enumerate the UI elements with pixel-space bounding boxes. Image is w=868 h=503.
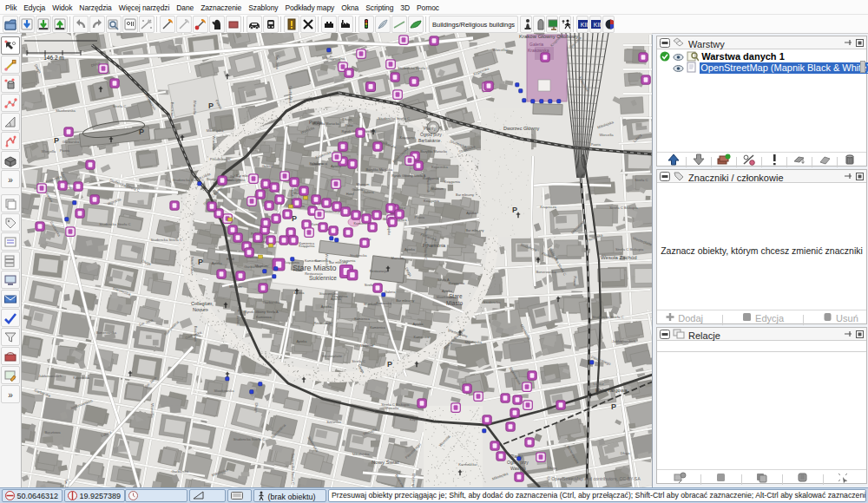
svg-text:Pałac: Pałac <box>345 124 354 127</box>
svg-text:Długa: Długa <box>547 466 557 470</box>
svg-text:Kamienica: Kamienica <box>414 336 431 339</box>
svg-text:Rynek Główny Strefa A: Rynek Główny Strefa A <box>391 174 426 178</box>
svg-text:Restauracja: Restauracja <box>313 322 332 325</box>
svg-text:146.2 m: 146.2 m <box>43 55 64 61</box>
svg-text:P: P <box>611 402 616 411</box>
svg-text:Apteka: Apteka <box>321 305 332 309</box>
svg-text:P: P <box>208 101 214 110</box>
svg-text:© OpenStreetMap and contributo: © OpenStreetMap and contributors, CC-BY-… <box>547 476 641 481</box>
svg-text:Apteka: Apteka <box>297 340 308 343</box>
svg-text:Kraków Główny Osobowy: Kraków Główny Osobowy <box>519 34 578 39</box>
svg-text:Strefa C: Strefa C <box>352 359 365 363</box>
svg-text:Pawia: Pawia <box>415 215 425 219</box>
svg-text:Galeria: Galeria <box>262 165 273 168</box>
svg-text:Garbarska: Garbarska <box>263 300 280 304</box>
svg-text:Apteka: Apteka <box>413 323 424 326</box>
svg-text:Mikołajska: Mikołajska <box>207 128 224 133</box>
svg-text:Sławkowska: Sławkowska <box>56 108 76 113</box>
svg-text:Krupnicza: Krupnicza <box>540 205 556 209</box>
svg-text:Muzeum: Muzeum <box>391 257 404 260</box>
svg-text:Apteka: Apteka <box>404 248 416 252</box>
svg-text:Kamienica: Kamienica <box>376 302 392 305</box>
svg-text:Pawia: Pawia <box>573 277 577 287</box>
svg-text:Garbarska: Garbarska <box>288 86 293 103</box>
svg-text:Pawia: Pawia <box>590 142 601 147</box>
svg-text:Długa: Długa <box>342 117 352 121</box>
svg-text:Jabłonowskich: Jabłonowskich <box>38 374 62 378</box>
svg-text:Worcella: Worcella <box>150 403 155 418</box>
svg-text:Hala Targowa: Hala Targowa <box>595 388 628 393</box>
svg-text:Bazylika Mariacka: Bazylika Mariacka <box>366 168 393 172</box>
svg-text:Worcella: Worcella <box>212 136 216 151</box>
svg-text:Restauracja: Restauracja <box>370 270 388 273</box>
svg-text:Księgarnia: Księgarnia <box>444 180 461 184</box>
svg-text:Hotel: Hotel <box>227 258 234 261</box>
svg-text:Mikołajska: Mikołajska <box>352 452 370 456</box>
svg-text:Galeria: Galeria <box>352 188 364 192</box>
svg-text:Św. Jana: Św. Jana <box>275 55 279 70</box>
svg-text:Strefa C: Strefa C <box>113 104 126 108</box>
svg-text:Studencka Strefa C: Studencka Strefa C <box>424 229 428 260</box>
svg-text:Muzeum: Muzeum <box>255 265 268 268</box>
svg-text:Studencka Strefa C: Studencka Strefa C <box>592 315 623 319</box>
svg-text:Sukiennice: Sukiennice <box>309 275 337 281</box>
svg-text:Basztowa: Basztowa <box>170 102 174 119</box>
svg-text:Restauracja: Restauracja <box>310 162 328 166</box>
svg-text:Strefa A: Strefa A <box>437 278 450 282</box>
svg-text:Pałac: Pałac <box>293 269 302 272</box>
svg-text:Apteka: Apteka <box>466 212 477 215</box>
svg-text:Planty: Planty <box>424 126 436 131</box>
svg-text:Karmelicka: Karmelicka <box>458 462 477 467</box>
svg-text:Apteka: Apteka <box>331 297 342 301</box>
svg-text:Galeria: Galeria <box>385 291 396 294</box>
svg-text:Studencka: Studencka <box>350 253 367 258</box>
svg-text:Strefa C Biskupia: Strefa C Biskupia <box>609 206 638 210</box>
svg-text:Pawia: Pawia <box>60 148 70 153</box>
svg-text:Sławkowska: Sławkowska <box>437 295 457 299</box>
svg-text:Bonerowska: Bonerowska <box>96 330 117 335</box>
svg-text:Studencka Strefa C: Studencka Strefa C <box>151 238 182 242</box>
svg-text:Wesoła Zachód: Wesoła Zachód <box>601 255 637 260</box>
svg-text:Pałac: Pałac <box>314 121 323 125</box>
svg-text:P: P <box>198 258 203 266</box>
svg-text:Basztowa: Basztowa <box>194 326 198 343</box>
svg-text:Nowy Świat: Nowy Świat <box>372 459 399 465</box>
svg-text:Krakowska: Krakowska <box>528 48 549 53</box>
svg-text:Szewska: Szewska <box>326 420 341 424</box>
svg-text:Muzeum: Muzeum <box>364 303 377 306</box>
svg-text:Garbarska: Garbarska <box>62 140 80 144</box>
svg-text:Miasto: Miasto <box>446 300 464 306</box>
svg-text:Długa: Długa <box>621 451 631 455</box>
svg-text:Jabłonowskich: Jabłonowskich <box>612 339 636 343</box>
svg-text:Kamienica: Kamienica <box>315 259 332 263</box>
svg-text:Kamienica: Kamienica <box>256 316 273 319</box>
svg-text:KII: KII <box>580 22 588 28</box>
svg-text:Basztowa: Basztowa <box>45 430 62 434</box>
svg-text:Apteka: Apteka <box>212 262 223 265</box>
svg-text:Wawelu: Wawelu <box>510 466 526 471</box>
svg-text:Bazylika Mariacka: Bazylika Mariacka <box>420 150 447 154</box>
svg-text:Muzeum: Muzeum <box>360 344 373 348</box>
svg-text:Studencka Strefa C: Studencka Strefa C <box>378 116 410 121</box>
svg-text:Muzeum: Muzeum <box>357 183 370 186</box>
svg-text:Kamienica: Kamienica <box>354 317 371 321</box>
svg-text:Św. Jana: Św. Jana <box>64 479 69 487</box>
svg-text:P: P <box>512 206 517 214</box>
svg-text:Barbakanie: Barbakanie <box>418 138 441 143</box>
svg-text:Bar mleczny: Bar mleczny <box>456 193 474 197</box>
svg-text:Strefa C: Strefa C <box>635 178 648 182</box>
svg-text:Starowiślna: Starowiślna <box>326 56 345 61</box>
svg-text:Kamienica: Kamienica <box>370 326 386 330</box>
svg-text:P: P <box>292 214 297 223</box>
svg-text:Studencka Strefa C: Studencka Strefa C <box>233 437 265 441</box>
svg-text:Księgarnia: Księgarnia <box>284 261 300 265</box>
svg-text:Westerplatte: Westerplatte <box>322 354 343 358</box>
svg-text:Garbarska: Garbarska <box>172 469 189 474</box>
svg-text:Muzeum: Muzeum <box>229 285 242 289</box>
svg-text:Księgarnia: Księgarnia <box>400 136 417 140</box>
svg-text:Studencka Strefa C: Studencka Strefa C <box>398 66 429 70</box>
svg-text:Kopernika: Kopernika <box>410 417 427 421</box>
svg-text:Galeria: Galeria <box>363 191 374 194</box>
svg-text:Worcella: Worcella <box>42 149 56 154</box>
svg-text:Collegium: Collegium <box>191 301 213 306</box>
